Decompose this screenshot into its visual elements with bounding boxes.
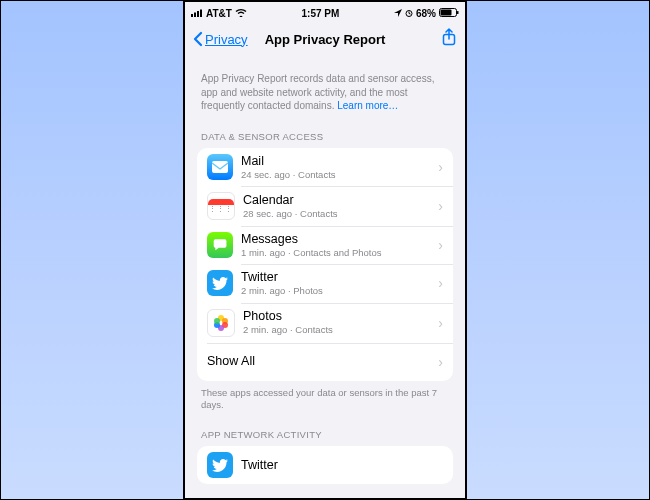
alarm-icon bbox=[405, 8, 413, 19]
svg-rect-0 bbox=[191, 14, 193, 17]
mail-icon bbox=[207, 154, 233, 180]
chevron-right-icon: › bbox=[438, 237, 443, 253]
svg-rect-3 bbox=[200, 9, 202, 17]
twitter-icon bbox=[207, 452, 233, 478]
app-name: Mail bbox=[241, 154, 434, 169]
section-header-network: APP NETWORK ACTIVITY bbox=[201, 429, 449, 440]
content-scroll[interactable]: App Privacy Report records data and sens… bbox=[185, 56, 465, 498]
svg-rect-1 bbox=[194, 12, 196, 17]
wifi-icon bbox=[235, 8, 247, 19]
app-sub: 24 sec. ago · Contacts bbox=[241, 169, 434, 180]
app-name: Twitter bbox=[241, 270, 434, 285]
app-sub: 2 min. ago · Contacts bbox=[243, 324, 434, 335]
chevron-left-icon bbox=[193, 31, 203, 47]
svg-rect-6 bbox=[440, 9, 451, 15]
app-name: Calendar bbox=[243, 193, 434, 208]
nav-bar: Privacy App Privacy Report bbox=[185, 22, 465, 56]
share-button[interactable] bbox=[441, 28, 457, 50]
clock: 1:57 PM bbox=[302, 8, 340, 19]
messages-icon bbox=[207, 232, 233, 258]
svg-rect-7 bbox=[457, 11, 459, 14]
status-bar: AT&T 1:57 PM 68% bbox=[185, 2, 465, 22]
app-sub: 28 sec. ago · Contacts bbox=[243, 208, 434, 219]
app-row-twitter[interactable]: Twitter 2 min. ago · Photos › bbox=[197, 264, 453, 302]
phone-frame: AT&T 1:57 PM 68% Privacy App Privacy Rep… bbox=[183, 0, 467, 500]
back-button[interactable]: Privacy bbox=[193, 31, 248, 47]
chevron-right-icon: › bbox=[438, 275, 443, 291]
svg-rect-9 bbox=[212, 161, 228, 173]
svg-point-15 bbox=[214, 318, 220, 324]
learn-more-link[interactable]: Learn more… bbox=[337, 100, 398, 111]
location-icon bbox=[394, 8, 402, 19]
battery-icon bbox=[439, 8, 459, 19]
show-all-label: Show All bbox=[207, 354, 434, 369]
section-footer-data-sensor: These apps accessed your data or sensors… bbox=[201, 387, 449, 412]
app-name: Photos bbox=[243, 309, 434, 324]
app-row-twitter-network[interactable]: Twitter bbox=[197, 446, 453, 484]
chevron-right-icon: › bbox=[438, 198, 443, 214]
app-sub: 2 min. ago · Photos bbox=[241, 285, 434, 296]
app-row-mail[interactable]: Mail 24 sec. ago · Contacts › bbox=[197, 148, 453, 186]
app-row-messages[interactable]: Messages 1 min. ago · Contacts and Photo… bbox=[197, 226, 453, 264]
svg-rect-2 bbox=[197, 11, 199, 17]
carrier-label: AT&T bbox=[206, 8, 232, 19]
data-sensor-card: Mail 24 sec. ago · Contacts › ⋮⋮⋮ Calend… bbox=[197, 148, 453, 381]
app-sub: 1 min. ago · Contacts and Photos bbox=[241, 247, 434, 258]
show-all-button[interactable]: Show All › bbox=[197, 343, 453, 381]
chevron-right-icon: › bbox=[438, 354, 443, 370]
section-header-data-sensor: DATA & SENSOR ACCESS bbox=[201, 131, 449, 142]
intro-text: App Privacy Report records data and sens… bbox=[201, 72, 449, 113]
app-name: Messages bbox=[241, 232, 434, 247]
back-label: Privacy bbox=[205, 32, 248, 47]
share-icon bbox=[441, 28, 457, 46]
app-row-photos[interactable]: Photos 2 min. ago · Contacts › bbox=[197, 303, 453, 343]
page-title: App Privacy Report bbox=[265, 32, 386, 47]
signal-icon bbox=[191, 8, 203, 19]
app-name: Twitter bbox=[241, 458, 443, 473]
app-row-calendar[interactable]: ⋮⋮⋮ Calendar 28 sec. ago · Contacts › bbox=[197, 186, 453, 226]
calendar-icon: ⋮⋮⋮ bbox=[207, 192, 235, 220]
photos-icon bbox=[207, 309, 235, 337]
twitter-icon bbox=[207, 270, 233, 296]
network-card: Twitter bbox=[197, 446, 453, 484]
chevron-right-icon: › bbox=[438, 315, 443, 331]
chevron-right-icon: › bbox=[438, 159, 443, 175]
battery-percent: 68% bbox=[416, 8, 436, 19]
